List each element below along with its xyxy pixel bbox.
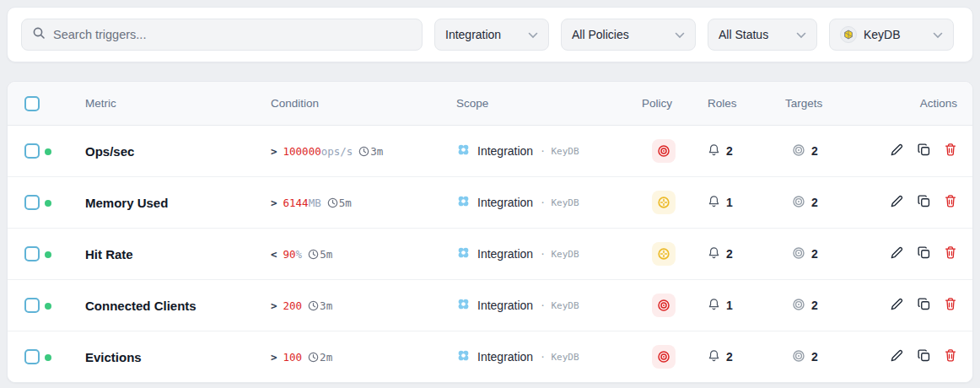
trash-icon xyxy=(944,348,957,365)
condition-window: 3m xyxy=(320,299,332,312)
condition-window: 3m xyxy=(370,145,383,158)
actions-cell xyxy=(873,143,972,159)
clock-icon xyxy=(308,249,319,260)
pencil-icon xyxy=(890,143,904,159)
edit-button[interactable] xyxy=(890,297,904,314)
keydb-logo-icon xyxy=(840,26,857,43)
condition-operator: < xyxy=(271,248,277,261)
table-header-row: Metric Condition Scope Policy Roles Targ… xyxy=(8,82,972,126)
table-row: Memory Used>6144MB5mIntegration· KeyDB12 xyxy=(8,177,972,229)
trash-icon xyxy=(944,143,957,159)
targets-cell: 2 xyxy=(780,349,873,365)
delete-button[interactable] xyxy=(944,245,957,262)
condition-operator: > xyxy=(271,197,277,209)
column-header-condition: Condition xyxy=(271,97,456,110)
policy-warning-icon xyxy=(652,242,676,266)
scope-cell: Integration· KeyDB xyxy=(456,297,637,314)
condition-cell: >1002m xyxy=(271,351,456,364)
clock-icon xyxy=(327,197,338,208)
delete-button[interactable] xyxy=(944,194,957,211)
roles-cell: 2 xyxy=(704,246,780,262)
metric-name: Hit Rate xyxy=(85,247,271,261)
delete-button[interactable] xyxy=(944,348,957,365)
bell-icon xyxy=(708,298,720,314)
targets-count: 2 xyxy=(811,144,818,158)
triggers-table: Metric Condition Scope Policy Roles Targ… xyxy=(7,81,973,383)
duplicate-button[interactable] xyxy=(917,143,931,159)
condition-window: 2m xyxy=(320,351,332,364)
scope-subtext: · KeyDB xyxy=(540,300,579,311)
row-checkbox[interactable] xyxy=(24,246,40,261)
condition-unit: % xyxy=(296,248,303,261)
row-checkbox[interactable] xyxy=(24,298,40,313)
duplicate-button[interactable] xyxy=(917,348,931,365)
status-dot xyxy=(45,303,51,310)
roles-count: 1 xyxy=(726,196,733,209)
table-body: Ops/sec>100000ops/s3mIntegration· KeyDB2… xyxy=(8,126,972,383)
edit-button[interactable] xyxy=(890,245,904,262)
search-box[interactable] xyxy=(21,19,423,51)
integration-dropdown-label: Integration xyxy=(445,28,501,41)
condition-unit: MB xyxy=(309,197,321,209)
roles-cell: 1 xyxy=(704,298,780,314)
delete-button[interactable] xyxy=(944,143,957,159)
scope-name: Integration xyxy=(477,196,533,209)
condition-operator: > xyxy=(271,351,277,364)
bell-icon xyxy=(708,349,720,365)
status-dropdown-label: All Status xyxy=(719,28,768,41)
metric-name: Connected Clients xyxy=(85,299,271,313)
targets-cell: 2 xyxy=(780,195,873,211)
scope-name: Integration xyxy=(477,299,533,312)
row-checkbox[interactable] xyxy=(24,349,40,364)
table-row: Connected Clients>2003mIntegration· KeyD… xyxy=(8,280,972,331)
targets-count: 2 xyxy=(811,299,818,312)
targets-cell: 2 xyxy=(780,143,873,159)
target-icon xyxy=(792,195,805,211)
targets-count: 2 xyxy=(811,350,818,364)
targets-count: 2 xyxy=(811,196,818,209)
edit-button[interactable] xyxy=(890,143,904,159)
policies-dropdown[interactable]: All Policies xyxy=(561,19,696,51)
condition-value: 6144 xyxy=(283,197,309,209)
condition-operator: > xyxy=(271,299,277,312)
row-checkbox[interactable] xyxy=(24,195,40,210)
scope-name: Integration xyxy=(477,144,533,158)
target-icon xyxy=(792,349,805,365)
status-dropdown[interactable]: All Status xyxy=(708,19,817,51)
policy-critical-icon xyxy=(652,294,676,317)
bell-icon xyxy=(708,143,720,159)
bell-icon xyxy=(708,246,720,262)
condition-window: 5m xyxy=(320,248,332,261)
duplicate-button[interactable] xyxy=(917,297,931,314)
duplicate-button[interactable] xyxy=(917,245,931,262)
scope-cell: Integration· KeyDB xyxy=(456,348,637,365)
copy-icon xyxy=(917,245,931,262)
duplicate-button[interactable] xyxy=(917,194,931,211)
condition-cell: >100000ops/s3m xyxy=(271,145,456,158)
actions-cell xyxy=(873,348,972,365)
integration-dropdown[interactable]: Integration xyxy=(434,19,549,51)
scope-subtext: · KeyDB xyxy=(540,146,579,157)
keydb-dropdown[interactable]: KeyDB xyxy=(829,19,954,51)
targets-count: 2 xyxy=(811,247,818,261)
edit-button[interactable] xyxy=(890,194,904,211)
chevron-down-icon xyxy=(675,28,685,41)
condition-value: 100 xyxy=(283,351,303,364)
policy-critical-icon xyxy=(652,345,676,369)
policies-dropdown-label: All Policies xyxy=(572,28,629,41)
row-checkbox[interactable] xyxy=(24,143,40,159)
trash-icon xyxy=(944,297,957,314)
search-input[interactable] xyxy=(53,28,412,41)
scope-cell: Integration· KeyDB xyxy=(456,245,637,262)
scope-name: Integration xyxy=(477,247,533,261)
copy-icon xyxy=(917,194,931,211)
select-all-checkbox[interactable] xyxy=(24,96,40,111)
delete-button[interactable] xyxy=(944,297,957,314)
edit-button[interactable] xyxy=(890,348,904,365)
bell-icon xyxy=(708,195,720,211)
integration-icon xyxy=(456,194,471,211)
targets-cell: 2 xyxy=(780,298,873,314)
keydb-dropdown-label: KeyDB xyxy=(864,28,901,41)
pencil-icon xyxy=(890,297,904,314)
chevron-down-icon xyxy=(933,28,943,41)
